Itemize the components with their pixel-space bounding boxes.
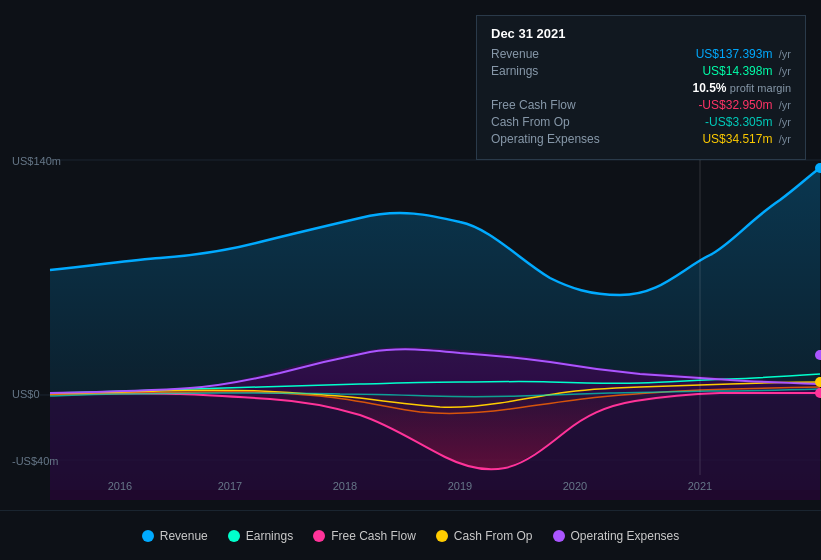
svg-text:2020: 2020 <box>563 480 587 492</box>
revenue-dot <box>142 530 154 542</box>
legend-earnings-label: Earnings <box>246 529 293 543</box>
legend-cashfromop-label: Cash From Op <box>454 529 533 543</box>
legend-opex[interactable]: Operating Expenses <box>553 529 680 543</box>
legend-earnings[interactable]: Earnings <box>228 529 293 543</box>
revenue-row: Revenue US$137.393m /yr <box>491 47 791 61</box>
cashfromop-row: Cash From Op -US$3.305m /yr <box>491 115 791 129</box>
opex-label: Operating Expenses <box>491 132 600 146</box>
earnings-dot <box>228 530 240 542</box>
svg-text:-US$40m: -US$40m <box>12 455 58 467</box>
svg-text:US$140m: US$140m <box>12 155 61 167</box>
profit-margin-value: 10.5% <box>692 81 726 95</box>
revenue-unit: /yr <box>779 48 791 60</box>
earnings-unit: /yr <box>779 65 791 77</box>
chart-legend: Revenue Earnings Free Cash Flow Cash Fro… <box>0 510 821 560</box>
legend-revenue-label: Revenue <box>160 529 208 543</box>
cashfromop-label: Cash From Op <box>491 115 570 129</box>
legend-fcf[interactable]: Free Cash Flow <box>313 529 416 543</box>
svg-text:2019: 2019 <box>448 480 472 492</box>
svg-text:2017: 2017 <box>218 480 242 492</box>
svg-text:2016: 2016 <box>108 480 132 492</box>
profit-margin-label: profit margin <box>730 82 791 94</box>
opex-value: US$34.517m <box>702 132 772 146</box>
fcf-dot <box>313 530 325 542</box>
earnings-label: Earnings <box>491 64 538 78</box>
opex-row: Operating Expenses US$34.517m /yr <box>491 132 791 146</box>
svg-text:2021: 2021 <box>688 480 712 492</box>
legend-revenue[interactable]: Revenue <box>142 529 208 543</box>
fcf-value: -US$32.950m <box>698 98 772 112</box>
svg-text:2018: 2018 <box>333 480 357 492</box>
opex-dot <box>553 530 565 542</box>
cashfromop-dot <box>436 530 448 542</box>
profit-margin-row: 10.5% profit margin <box>491 81 791 95</box>
revenue-value: US$137.393m <box>696 47 773 61</box>
legend-cashfromop[interactable]: Cash From Op <box>436 529 533 543</box>
earnings-row: Earnings US$14.398m /yr <box>491 64 791 78</box>
cashfromop-value: -US$3.305m <box>705 115 772 129</box>
tooltip-date: Dec 31 2021 <box>491 26 791 41</box>
fcf-label: Free Cash Flow <box>491 98 576 112</box>
fcf-unit: /yr <box>779 99 791 111</box>
cashfromop-unit: /yr <box>779 116 791 128</box>
legend-opex-label: Operating Expenses <box>571 529 680 543</box>
opex-unit: /yr <box>779 133 791 145</box>
fcf-row: Free Cash Flow -US$32.950m /yr <box>491 98 791 112</box>
revenue-label: Revenue <box>491 47 539 61</box>
earnings-value: US$14.398m <box>702 64 772 78</box>
legend-fcf-label: Free Cash Flow <box>331 529 416 543</box>
tooltip-box: Dec 31 2021 Revenue US$137.393m /yr Earn… <box>476 15 806 160</box>
svg-text:US$0: US$0 <box>12 388 40 400</box>
